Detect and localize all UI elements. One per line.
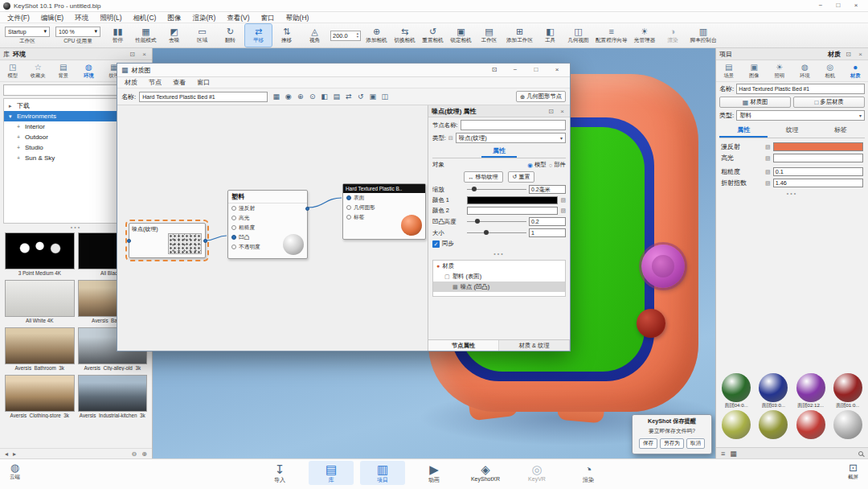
node-properties-tab[interactable]: 属性	[481, 146, 517, 158]
scale-value[interactable]: 0.2毫米	[529, 185, 566, 194]
menu-item[interactable]: 帮助(H)	[280, 12, 315, 23]
maximize-button[interactable]: □	[829, 0, 847, 11]
graph-menu-item[interactable]: 窗口	[191, 77, 215, 88]
graph-name-input[interactable]: Hard Textured Plastic Bed #1	[139, 92, 268, 102]
toolbar-button[interactable]: ◑ 渲染	[660, 24, 686, 47]
sync-checkbox[interactable]: ✓	[432, 240, 440, 248]
dock-window-icon[interactable]: ⊡	[485, 64, 503, 76]
search-icon[interactable]	[858, 451, 863, 456]
spinner-down-icon[interactable]: ▾	[357, 35, 358, 39]
property-value-input[interactable]: 1.46	[773, 179, 863, 187]
graph-tool-icon[interactable]: ⇄	[343, 92, 354, 101]
graph-tool-icon[interactable]: ↺	[355, 92, 366, 101]
node-port[interactable]	[127, 239, 131, 243]
float-panel-icon[interactable]: ⊡	[128, 51, 137, 58]
close-panel-icon[interactable]: ×	[558, 108, 567, 115]
list-view-icon[interactable]: ≡	[721, 450, 725, 458]
graph-tool-icon[interactable]: ▤	[331, 92, 342, 101]
prev-page-icon[interactable]: ◂	[5, 450, 8, 458]
menu-item[interactable]: 相机(C)	[128, 12, 162, 23]
tree-expander-icon[interactable]: +	[17, 124, 25, 129]
environment-thumbnail[interactable]: All White 4K	[5, 280, 75, 323]
splitter-handle[interactable]: •••	[432, 250, 566, 257]
maximize-button[interactable]: □	[527, 64, 545, 76]
close-panel-icon[interactable]: ×	[140, 51, 149, 58]
graph-menu-item[interactable]: 节点	[143, 77, 167, 88]
material-library-item[interactable]	[755, 410, 791, 446]
environment-thumbnail[interactable]: 3 Point Medium 4K	[5, 232, 75, 276]
menu-item[interactable]: 窗口	[256, 12, 280, 23]
toolbar-button[interactable]: ◩ 去噪	[161, 24, 187, 47]
color2-swatch[interactable]	[467, 207, 558, 215]
toolbar-button[interactable]: ▣ 锁定相机	[448, 24, 474, 47]
properties-bottom-tab[interactable]: 节点属性	[428, 340, 499, 351]
splitter-handle[interactable]: •••	[716, 190, 868, 197]
material-type-select[interactable]: 塑料 ▾	[736, 110, 865, 121]
project-tab[interactable]: ▤ 场景	[716, 63, 742, 80]
library-tab[interactable]: ◳ 模型	[0, 63, 26, 80]
project-tab[interactable]: ▣ 图像	[742, 63, 768, 80]
project-tab[interactable]: ● 材质	[843, 63, 868, 80]
delete-node-icon[interactable]: ⊟	[448, 135, 453, 142]
toolbar-button[interactable]: ☀ 光管理器	[632, 24, 658, 47]
toolbar-button[interactable]: ◫ 几何视图	[565, 24, 592, 47]
environment-thumbnail[interactable]: Aversis_Clothing-store_3k	[5, 375, 75, 418]
tree-expander-icon[interactable]: ▸	[9, 103, 17, 109]
zoom-in-icon[interactable]: ⊕	[141, 450, 147, 458]
material-root-node[interactable]: Hard Textured Plastic B.. 表面几何图形标签	[342, 183, 426, 240]
library-tab[interactable]: ☆ 收藏夹	[26, 63, 51, 80]
toolbar-button[interactable]: ≡ 配置程序向导	[593, 24, 630, 47]
bump-value[interactable]: 0.2	[529, 217, 566, 226]
node-type-select[interactable]: 噪点(纹理) ▾	[456, 133, 566, 143]
fov-field[interactable]: 200.0 ▴▾	[330, 31, 361, 41]
toolbar-button[interactable]: ◧ 工具	[537, 24, 563, 47]
properties-bottom-tab[interactable]: 材质 & 纹理	[499, 340, 570, 351]
material-sub-tab[interactable]: 属性	[719, 124, 768, 138]
float-panel-icon[interactable]: ⊡	[547, 108, 555, 115]
zoom-out-icon[interactable]: ⊖	[132, 450, 137, 458]
menu-item[interactable]: 文件(F)	[2, 12, 35, 23]
material-graph-button[interactable]: ▦ 材质图	[719, 97, 791, 108]
menu-item[interactable]: 编辑(E)	[35, 12, 69, 23]
grid-view-icon[interactable]: ▦	[730, 450, 737, 458]
node-graph-canvas[interactable]: 噪点(纹理) 塑料 漫反射高光粗糙度凹凸不透明度 Hard Textured P…	[117, 105, 428, 351]
material-library-item[interactable]: 面团01:0...	[830, 373, 866, 409]
graph-tool-icon[interactable]: ◧	[319, 92, 330, 101]
minimize-button[interactable]: −	[812, 0, 829, 11]
material-library-item[interactable]: 面团03:0...	[755, 373, 791, 409]
save-dialog-button[interactable]: 取消	[686, 438, 705, 449]
color-swatch[interactable]	[773, 154, 863, 162]
toolbar-button[interactable]: ⇅ 推移	[273, 24, 300, 47]
menu-item[interactable]: 图像	[162, 12, 186, 23]
library-tab[interactable]: ◍ 环境	[76, 63, 102, 80]
tree-expander-icon[interactable]: +	[17, 145, 25, 150]
toolbar-button[interactable]: ↺ 重置相机	[420, 24, 446, 47]
menu-item[interactable]: 查看(V)	[221, 12, 255, 23]
tree-expander-icon[interactable]: +	[17, 134, 25, 140]
property-value-input[interactable]: 0.1	[773, 167, 863, 176]
scale-slider[interactable]	[467, 186, 526, 193]
dock-item[interactable]: ▤ 库	[309, 461, 354, 485]
size-slider[interactable]	[467, 229, 526, 236]
menu-item[interactable]: 环境	[69, 12, 94, 23]
cpu-usage-combo[interactable]: 100 %▾ CPU 使用量	[54, 27, 102, 45]
save-dialog-button[interactable]: 保存	[639, 438, 657, 449]
graph-tool-icon[interactable]: ▣	[367, 92, 378, 101]
texture-slot-icon[interactable]: ▨	[765, 180, 771, 187]
node-input-row[interactable]: 粗糙度	[228, 223, 307, 232]
structure-tree-item[interactable]: ▢ 塑料 (表面)	[433, 271, 565, 281]
environment-thumbnail[interactable]: Aversis_Industrial-kitchen_3k	[78, 375, 148, 418]
material-library-item[interactable]	[719, 410, 754, 446]
project-tab[interactable]: ☀ 照明	[767, 63, 792, 80]
workspace-combo[interactable]: Startup▾ 工作区	[3, 27, 51, 45]
color1-swatch[interactable]	[467, 196, 558, 204]
close-button[interactable]: ×	[548, 64, 566, 76]
geometry-node-button[interactable]: ⊕ 几何图形节点	[516, 91, 566, 102]
texture-slot-icon[interactable]: ▨	[765, 169, 771, 175]
texture-slot-icon[interactable]: ▨	[560, 208, 566, 214]
minimize-button[interactable]: −	[506, 64, 524, 76]
toolbar-button[interactable]: ⇆ 切换相机	[391, 24, 418, 47]
node-input-row[interactable]: 高光	[228, 213, 307, 223]
dock-item[interactable]: ↧ 导入	[257, 461, 302, 485]
dock-item[interactable]: ◔ 渲染	[566, 461, 611, 485]
